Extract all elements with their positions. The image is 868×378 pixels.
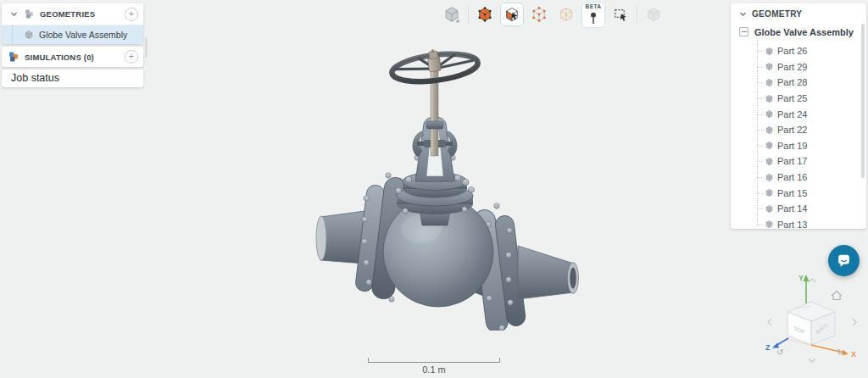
- render-mode-button[interactable]: [440, 3, 464, 26]
- geometry-item-label: Globe Valve Assembly: [39, 30, 127, 40]
- part-cube-icon: [765, 157, 774, 166]
- chevron-down-icon: [739, 10, 747, 18]
- tree-part-row[interactable]: Part 25: [731, 91, 866, 107]
- part-cube-icon: [765, 94, 774, 103]
- part-cube-icon: [765, 220, 774, 229]
- toolbar-divider: [637, 6, 637, 23]
- part-label: Part 26: [777, 46, 807, 56]
- chat-bubble-icon: [836, 253, 852, 269]
- simulations-header[interactable]: SIMULATIONS (0) +: [2, 47, 143, 67]
- geometry-tree-title: GEOMETRY: [752, 9, 802, 19]
- tree-part-row[interactable]: Part 17: [731, 153, 866, 170]
- sidebar-scrollbar[interactable]: [145, 37, 147, 58]
- tree-root-globe-valve-assembly[interactable]: Globe Valve Assembly: [731, 24, 866, 40]
- tree-line-stub: [757, 51, 764, 52]
- scale-bar-line: [368, 358, 500, 363]
- part-cube-icon: [765, 47, 774, 56]
- parts-list: Part 26 Part 29 Part 28: [731, 43, 866, 229]
- rotate-right-chevron[interactable]: [853, 319, 856, 325]
- part-label: Part 22: [777, 125, 807, 135]
- tree-part-row[interactable]: Part 14: [731, 201, 866, 217]
- chat-button[interactable]: [828, 245, 860, 276]
- scale-bar: 0.1 m: [368, 358, 500, 375]
- tree-root-label: Globe Valve Assembly: [754, 27, 854, 37]
- isolate-button[interactable]: [642, 3, 665, 26]
- tree-part-row[interactable]: Part 13: [731, 217, 866, 229]
- z-axis-label: Z: [765, 343, 771, 352]
- geometries-label: GEOMETRIES: [40, 9, 95, 19]
- scale-bar-label: 0.1 m: [368, 364, 500, 375]
- job-status-label: Job status: [11, 69, 143, 87]
- globe-valve-3d-model[interactable]: [314, 42, 585, 331]
- tree-part-row[interactable]: Part 28: [731, 75, 866, 91]
- navigation-cube-widget[interactable]: Y TOP BACK X Z ↺ ↻: [759, 270, 862, 368]
- beta-badge: BETA: [586, 3, 602, 9]
- geometries-header[interactable]: GEOMETRIES +: [2, 3, 143, 25]
- part-cube-icon: [765, 109, 774, 119]
- tree-part-row[interactable]: Part 29: [731, 59, 866, 75]
- part-label: Part 29: [777, 62, 807, 72]
- simulations-label: SIMULATIONS (0): [25, 53, 94, 62]
- box-select-button[interactable]: [609, 3, 632, 26]
- tree-part-row[interactable]: Part 16: [731, 170, 866, 186]
- tree-line-stub: [757, 208, 764, 209]
- part-label: Part 28: [777, 77, 807, 87]
- part-label: Part 13: [777, 220, 807, 229]
- roll-ccw-icon[interactable]: ↺: [776, 347, 783, 357]
- part-cube-icon: [765, 125, 774, 135]
- tree-line-stub: [757, 98, 764, 99]
- view-cube[interactable]: [787, 302, 835, 345]
- tree-part-row[interactable]: Part 15: [731, 185, 866, 201]
- tree-scrollbar[interactable]: [861, 24, 865, 178]
- y-axis-label: Y: [798, 274, 804, 282]
- add-geometry-button[interactable]: +: [125, 8, 138, 21]
- simulations-icon: [8, 51, 19, 63]
- viewer-toolbar: BETA: [440, 3, 665, 28]
- part-label: Part 25: [777, 93, 807, 103]
- sidebar-item-globe-valve-assembly[interactable]: Globe Valve Assembly: [2, 25, 143, 44]
- rotate-up-chevron[interactable]: [809, 279, 815, 282]
- part-label: Part 16: [777, 172, 807, 182]
- simulations-panel: SIMULATIONS (0) +: [2, 47, 143, 67]
- rotate-left-chevron[interactable]: [768, 319, 771, 325]
- tree-line-stub: [757, 161, 764, 162]
- part-label: Part 24: [777, 109, 807, 120]
- wireframe-button[interactable]: [554, 3, 578, 26]
- part-cube-icon: [765, 62, 774, 71]
- tree-line-stub: [757, 177, 764, 178]
- geometry-cube-icon: [24, 30, 34, 40]
- collapse-toggle[interactable]: [739, 27, 748, 36]
- tree-part-row[interactable]: Part 26: [731, 43, 866, 59]
- select-vertex-button[interactable]: [527, 3, 551, 26]
- y-axis-arrow: [804, 275, 810, 281]
- tree-line-stub: [757, 193, 764, 194]
- job-status-panel[interactable]: Job status: [2, 69, 143, 87]
- add-simulation-button[interactable]: +: [125, 50, 138, 64]
- part-label: Part 19: [777, 141, 807, 151]
- tree-line-stub: [757, 114, 764, 115]
- tree-line-stub: [757, 225, 764, 225]
- geometry-tree-header[interactable]: GEOMETRY: [731, 3, 866, 24]
- tree-line-stub: [757, 130, 764, 131]
- select-face-button[interactable]: [500, 3, 524, 26]
- geometries-icon: [24, 8, 35, 19]
- part-cube-icon: [765, 173, 774, 182]
- select-volume-button[interactable]: [473, 3, 497, 26]
- tree-part-row[interactable]: Part 19: [731, 138, 866, 154]
- home-view-icon[interactable]: [832, 292, 842, 300]
- chevron-down-icon: [10, 10, 18, 18]
- tree-line: [12, 25, 13, 44]
- part-label: Part 15: [777, 188, 807, 198]
- geometry-tree-panel: GEOMETRY Globe Valve Assembly Part 26: [731, 3, 866, 229]
- tree-part-row[interactable]: Part 22: [731, 122, 866, 138]
- x-axis-label: X: [851, 350, 856, 359]
- part-cube-icon: [765, 78, 774, 87]
- part-cube-icon: [765, 141, 774, 150]
- tree-part-row[interactable]: Part 24: [731, 106, 866, 122]
- probe-point-button[interactable]: BETA: [581, 2, 605, 28]
- pin-icon: [586, 9, 601, 26]
- roll-cw-icon[interactable]: ↻: [837, 347, 843, 357]
- tree-line-stub: [757, 146, 764, 147]
- rotate-down-chevron[interactable]: [809, 359, 815, 362]
- dropdown-caret-icon: [456, 19, 459, 23]
